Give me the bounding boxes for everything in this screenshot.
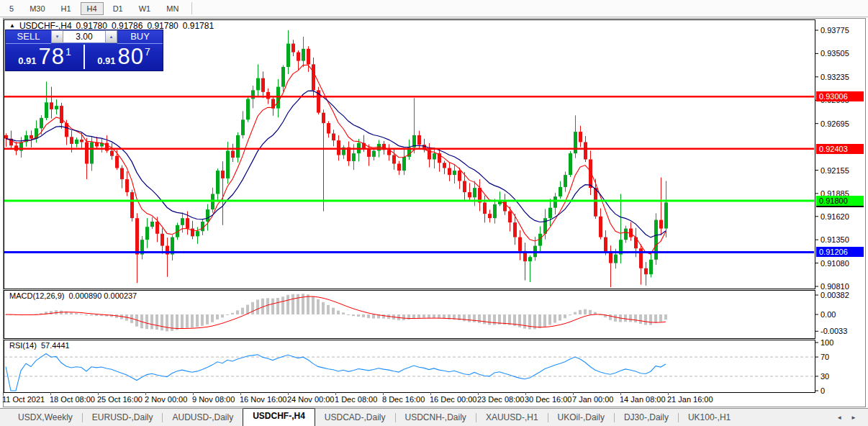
sell-price[interactable]: 0.91781 <box>6 44 83 71</box>
volume-decrease-button[interactable]: ▼ <box>51 30 63 43</box>
symbol-collapse-icon[interactable]: ▲ <box>9 22 15 30</box>
time-tick-label: 14 Jan 08:00 <box>620 395 666 404</box>
level-price-label: 0.91800 <box>816 196 864 206</box>
macd-values: 0.000890 0.000237 <box>68 291 137 300</box>
tab-scroll-left-icon[interactable]: ◄ <box>836 414 842 421</box>
macd-name: MACD(12,26,9) <box>9 291 64 300</box>
tab-scroll-nav: ◄► <box>836 414 868 421</box>
time-tick-label: 2 Nov 00:00 <box>145 395 187 404</box>
one-click-trading-panel: SELL ▼ ▲ BUY 0.91781 0.91807 <box>5 30 163 71</box>
price-tick: 0.91350 <box>820 235 849 245</box>
ohlc-close: 0.91781 <box>183 21 214 31</box>
buy-price[interactable]: 0.91807 <box>85 44 163 71</box>
time-tick-label: 18 Oct 08:00 <box>50 395 95 404</box>
level-price-label: 0.92403 <box>816 144 864 154</box>
chart-tab-bar: USDX,WeeklyEURUSD-,DailyAUDUSD-,DailyUSD… <box>0 408 868 426</box>
macd-label: MACD(12,26,9)0.000890 0.000237 <box>9 291 137 300</box>
time-tick-label: 9 Nov 08:00 <box>192 395 235 404</box>
price-tick: 0.92155 <box>820 166 849 176</box>
time-tick-label: 16 Nov 16:00 <box>240 395 286 404</box>
level-price-label: 0.93006 <box>816 91 864 101</box>
time-tick-label: 11 Oct 2021 <box>2 395 45 404</box>
buy-price-big: 80 <box>118 44 144 69</box>
rsi-axis-tick: 100 <box>820 337 833 348</box>
buy-price-sup: 7 <box>145 46 150 58</box>
chart-tab-eurusd-daily[interactable]: EURUSD-,Daily <box>83 410 163 426</box>
volume-increase-button[interactable]: ▲ <box>105 30 117 43</box>
trading-terminal: 5M30H1H4D1W1MN ▲ USDCHF-,H4 0.91780 0.91… <box>0 0 868 426</box>
price-tick: 0.91620 <box>820 212 849 222</box>
macd-axis-tick: -0.0033 <box>820 326 847 336</box>
sell-price-big: 78 <box>39 44 65 69</box>
price-tick: 0.93775 <box>820 25 849 35</box>
level-price-label: 0.91206 <box>816 247 864 257</box>
time-tick-label: 16 Dec 00:00 <box>430 395 476 404</box>
volume-input[interactable] <box>63 30 105 43</box>
chart-tab-audusd-daily[interactable]: AUDUSD-,Daily <box>163 410 243 426</box>
chart-tab-uk100-h1[interactable]: UK100-,H1 <box>679 410 740 426</box>
time-tick-label: 24 Nov 00:00 <box>287 395 334 404</box>
time-tick-label: 1 Dec 08:00 <box>335 395 377 404</box>
macd-axis-tick: 0.00382 <box>820 290 849 300</box>
time-tick-label: 23 Dec 08:00 <box>477 395 524 404</box>
chart-tab-dj30-daily[interactable]: DJ30-,Daily <box>615 410 678 426</box>
time-tick-label: 8 Dec 16:00 <box>382 395 425 404</box>
time-tick-label: 7 Jan 00:00 <box>572 395 614 404</box>
rsi-axis-tick: 0 <box>820 386 825 396</box>
sell-button[interactable]: SELL <box>6 30 51 44</box>
sell-price-prefix: 0.91 <box>18 55 36 66</box>
rsi-name: RSI(14) <box>9 341 37 350</box>
buy-button[interactable]: BUY <box>117 30 163 44</box>
chart-tab-usdchf-h4[interactable]: USDCHF-,H4 <box>243 408 315 426</box>
rsi-axis-tick: 70 <box>820 352 829 362</box>
buy-price-prefix: 0.91 <box>97 55 115 66</box>
time-tick-label: 25 Oct 16:00 <box>97 395 143 404</box>
chart-tab-ukoil-daily[interactable]: UKOil-,Daily <box>548 410 614 426</box>
chart-tab-usdcnh-daily[interactable]: USDCNH-,Daily <box>396 410 476 426</box>
tab-scroll-right-icon[interactable]: ► <box>851 414 856 421</box>
chart-tab-usdcad-daily[interactable]: USDCAD-,Daily <box>315 410 395 426</box>
time-tick-label: 30 Dec 16:00 <box>525 395 571 404</box>
time-tick-label: 21 Jan 16:00 <box>667 395 713 404</box>
macd-axis-tick: 0.00 <box>820 309 836 320</box>
price-tick: 0.93235 <box>820 72 849 82</box>
rsi-value: 57.4441 <box>41 341 70 350</box>
price-tick: 0.91080 <box>820 258 849 268</box>
chart-tab-usdx-weekly[interactable]: USDX,Weekly <box>9 410 82 426</box>
price-tick: 0.92695 <box>820 119 849 129</box>
price-tick: 0.93505 <box>820 48 849 58</box>
sell-price-sup: 1 <box>65 46 71 58</box>
volume-spinner: ▼ ▲ <box>51 30 117 43</box>
rsi-label: RSI(14)57.4441 <box>9 341 70 350</box>
rsi-axis-tick: 30 <box>820 371 829 381</box>
chart-tab-xauusd-h1[interactable]: XAUUSD-,H1 <box>476 410 548 426</box>
